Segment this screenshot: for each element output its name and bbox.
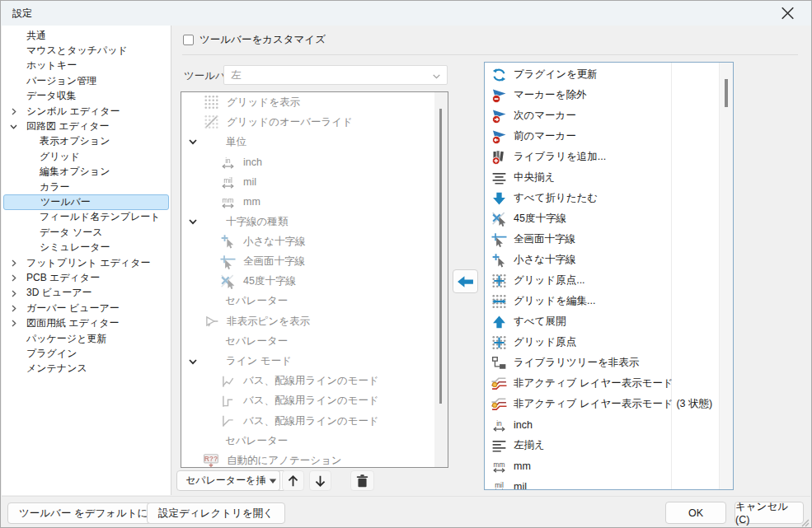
unit-inch-icon: in [218, 154, 237, 170]
sidebar-item-label: メンテナンス [26, 362, 87, 376]
sidebar-item[interactable]: バージョン管理 [2, 73, 171, 88]
available-action-item[interactable]: ライブラリツリーを非表示 [485, 353, 718, 373]
scrollbar-thumb[interactable] [725, 79, 728, 107]
unit-mm-icon: mm [218, 194, 237, 210]
available-action-label: グリッドを編集... [514, 294, 595, 308]
chevron-right-icon [8, 258, 19, 269]
sidebar-item[interactable]: シミュレーター [2, 240, 171, 255]
toolbar-item-child[interactable]: 小さな十字線 [181, 231, 434, 251]
sidebar-item[interactable]: メンテナンス [2, 362, 171, 376]
group-chevron-icon [187, 356, 199, 367]
sidebar-item[interactable]: PCB エディター [2, 270, 171, 285]
title-bar: 設定 [1, 1, 811, 26]
sidebar-item[interactable]: 共通 [2, 28, 171, 43]
available-action-item[interactable]: mmmm [485, 456, 718, 476]
toolbar-item-child[interactable]: バス、配線用ラインのモード [181, 411, 434, 431]
toolbar-item-group[interactable]: 単位 [181, 132, 434, 152]
sidebar-item[interactable]: ガーバー ビューアー [2, 301, 171, 315]
toolbar-item-action[interactable]: 非表示ピンを表示 [181, 311, 434, 331]
sidebar-item[interactable]: マウスとタッチパッド [2, 43, 171, 58]
available-action-item[interactable]: 左揃え [485, 435, 718, 456]
toolbar-item-child[interactable]: バス、配線用ラインのモード [181, 371, 434, 391]
toolbar-item-action[interactable]: グリッドのオーバーライド [181, 112, 434, 132]
ok-button[interactable]: OK [665, 502, 726, 524]
available-action-item[interactable]: ininch [485, 414, 718, 435]
available-action-item[interactable]: プラグインを更新 [485, 64, 718, 85]
available-action-label: 非アクティブ レイヤー表示モード (3 状態) [514, 397, 712, 411]
sidebar-item[interactable]: フットプリント エディター [2, 255, 171, 270]
available-actions-scrollbar[interactable] [719, 63, 733, 489]
sidebar-item[interactable]: 回路図 エディター [2, 119, 171, 133]
move-down-button[interactable] [309, 470, 331, 491]
available-action-label: すべて折りたたむ [514, 191, 598, 205]
toolbar-item-group[interactable]: ライン モード [181, 351, 434, 371]
available-action-item[interactable]: すべて展開 [485, 311, 718, 332]
available-action-label: グリッド原点... [514, 273, 585, 287]
sidebar-item-label: 図面用紙 エディター [26, 316, 119, 330]
sidebar-item[interactable]: データ ソース [2, 225, 171, 240]
toolbar-item-child[interactable]: バス、配線用ラインのモード [181, 391, 434, 411]
available-action-item[interactable]: 次のマーカー [485, 105, 718, 126]
sidebar-item[interactable]: 編集オプション [2, 165, 171, 180]
toolbar-item-child[interactable]: 45度十字線 [181, 272, 434, 292]
available-action-item[interactable]: 中央揃え [485, 167, 718, 188]
footer-divider [2, 496, 810, 497]
sidebar-item[interactable]: 図面用紙 エディター [2, 315, 171, 330]
available-action-item[interactable]: すべて折りたたむ [485, 188, 718, 208]
toolbar-select[interactable]: 左 [223, 65, 448, 85]
toolbar-item-label: バス、配線用ラインのモード [243, 374, 379, 388]
toolbar-item-child[interactable]: mmmm [181, 192, 434, 212]
sidebar-item[interactable]: フィールド名テンプレート [2, 210, 171, 225]
sidebar-item[interactable]: 3D ビューアー [2, 286, 171, 301]
available-action-label: mm [514, 460, 531, 472]
toolbar-item-child[interactable]: 全画面十字線 [181, 252, 434, 272]
toolbar-item-group[interactable]: 十字線の種類 [181, 212, 434, 231]
available-actions-rows: プラグインを更新マーカーを除外次のマーカー前のマーカーライブラリを追加...中央… [485, 64, 718, 489]
available-action-label: ライブラリツリーを非表示 [514, 356, 639, 370]
resize-grip[interactable] [800, 516, 810, 526]
toolbar-item-sep[interactable]: セパレーター [181, 292, 434, 311]
toolbar-item-sep[interactable]: セパレーター [181, 331, 434, 351]
available-action-item[interactable]: 全画面十字線 [485, 229, 718, 250]
available-action-item[interactable]: 小さな十字線 [485, 250, 718, 270]
toolbar-item-action[interactable]: グリッドを表示 [181, 92, 434, 112]
move-up-button[interactable] [282, 470, 304, 491]
sidebar-item[interactable]: パッケージと更新 [2, 331, 171, 346]
open-settings-directory-button[interactable]: 設定ディレクトリを開く [147, 502, 285, 524]
available-action-item[interactable]: 前のマーカー [485, 126, 718, 147]
toolbar-items-scrollbar[interactable] [434, 92, 448, 467]
available-action-item[interactable]: 非アクティブ レイヤー表示モード [485, 373, 718, 394]
available-action-label: 次のマーカー [514, 109, 576, 123]
available-action-item[interactable]: 45度十字線 [485, 208, 718, 229]
close-button[interactable] [773, 1, 801, 26]
move-to-toolbar-button[interactable] [453, 269, 478, 293]
available-action-item[interactable]: グリッドを編集... [485, 291, 718, 311]
toolbar-item-sep[interactable]: セパレーター [181, 431, 434, 451]
sidebar-item[interactable]: プラグイン [2, 346, 171, 361]
toolbar-item-child[interactable]: milmil [181, 172, 434, 192]
arrow-up-icon [284, 473, 303, 488]
available-action-item[interactable]: ライブラリを追加... [485, 147, 718, 167]
line-45-icon [218, 414, 237, 429]
sidebar-item[interactable]: カラー [2, 180, 171, 194]
available-action-item[interactable]: 非アクティブ レイヤー表示モード (3 状態) [485, 394, 718, 414]
sidebar-item[interactable]: ホットキー [2, 58, 171, 73]
delete-button[interactable] [350, 470, 374, 491]
customize-toolbars-checkbox[interactable] [183, 35, 194, 45]
sidebar-item[interactable]: データ収集 [2, 89, 171, 104]
sidebar-item[interactable]: グリッド [2, 149, 171, 164]
insert-separator-dropdown-button[interactable] [265, 470, 280, 491]
available-action-item[interactable]: グリッド原点 [485, 332, 718, 353]
sidebar-item[interactable]: シンボル エディター [2, 104, 171, 119]
available-action-item[interactable]: マーカーを除外 [485, 85, 718, 105]
sidebar-item[interactable]: 表示オプション [2, 134, 171, 149]
scrollbar-thumb[interactable] [439, 109, 442, 404]
annotate-icon: R?? [201, 453, 221, 467]
available-action-item[interactable]: グリッド原点... [485, 270, 718, 291]
sidebar-item-selected[interactable]: ツールバー [3, 194, 169, 209]
toolbar-select-value: 左 [231, 68, 242, 82]
available-action-item[interactable]: milmil [485, 476, 718, 489]
cancel-button[interactable]: キャンセル (C) [735, 502, 804, 524]
toolbar-item-child[interactable]: ininch [181, 152, 434, 172]
toolbar-item-action[interactable]: R??自動的にアノテーション [181, 451, 434, 467]
